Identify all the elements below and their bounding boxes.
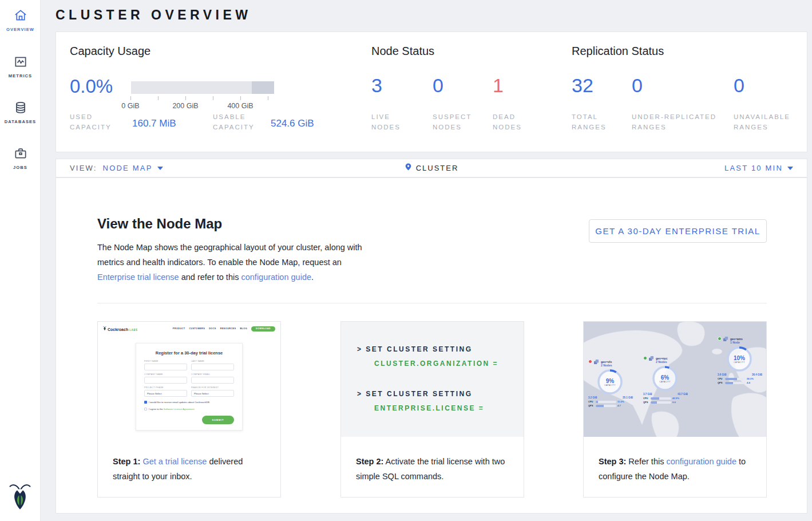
locality-widget-nyc: geo=nyc 2 Nodes 6%CAPACITY 3.7 GiB43.7 G… bbox=[643, 356, 688, 404]
step1-card: Cockroach LABS PRODUCT CUSTOMERS DOCS RE… bbox=[97, 321, 281, 498]
dead-nodes-value: 1 bbox=[493, 74, 504, 97]
step1-screenshot: Cockroach LABS PRODUCT CUSTOMERS DOCS RE… bbox=[98, 322, 280, 437]
mini-checkbox-license bbox=[144, 408, 147, 411]
capacity-gauge: 9%CAPACITY bbox=[596, 368, 624, 396]
step1-caption: Step 1: Get a trial license delivered st… bbox=[98, 437, 280, 484]
cluster-breadcrumb-label: CLUSTER bbox=[416, 164, 459, 172]
live-nodes-value: 3 bbox=[371, 74, 382, 97]
panel-intro: The Node Map shows the geographical layo… bbox=[97, 240, 363, 285]
unavailable-ranges-label: UNAVAILABLERANGES bbox=[734, 112, 790, 132]
mini-last-name-input bbox=[191, 364, 234, 370]
mini-cockroach-logo: Cockroach LABS bbox=[103, 326, 137, 331]
sidebar-item-jobs[interactable]: JOBS bbox=[0, 146, 41, 170]
mini-trial-form: Register for a 30-day trial license FIRS… bbox=[136, 343, 243, 431]
replication-status-title: Replication Status bbox=[572, 45, 664, 58]
step3-card: geo=sfo 2 Nodes 9%CAPACITY 3.2 GiB35.1 G… bbox=[583, 321, 767, 498]
unavailable-ranges-value: 0 bbox=[734, 74, 744, 97]
configuration-guide-link[interactable]: configuration guide bbox=[241, 273, 311, 282]
divider bbox=[97, 303, 767, 303]
axis-tick bbox=[185, 96, 186, 100]
step2-caption: Step 2: Activate the trial license with … bbox=[341, 437, 524, 484]
view-selector[interactable]: NODE MAP bbox=[103, 164, 163, 172]
main-content: CLUSTER OVERVIEW Capacity Usage 0.0% 0 G… bbox=[41, 0, 812, 521]
usable-capacity-value: 524.6 GiB bbox=[271, 118, 314, 129]
database-icon bbox=[13, 100, 28, 115]
mini-nav-customers: CUSTOMERS bbox=[189, 327, 205, 330]
location-pin-icon bbox=[405, 162, 412, 174]
axis-tick-label: 200 GiB bbox=[168, 102, 203, 110]
view-bar: VIEW: NODE MAP CLUSTER LAST 10 MIN bbox=[56, 159, 807, 177]
enterprise-trial-license-link[interactable]: Enterprise trial license bbox=[97, 273, 179, 282]
mini-reason-select: Please Select bbox=[191, 390, 234, 397]
dead-nodes-label: DEADNODES bbox=[493, 112, 522, 132]
view-label: VIEW: bbox=[70, 164, 97, 172]
axis-tick-label: 0 GiB bbox=[113, 102, 148, 110]
node-status-title: Node Status bbox=[371, 45, 434, 58]
cluster-overview-page: OVERVIEW METRICS DATABASES bbox=[0, 0, 812, 521]
sidebar-item-metrics[interactable]: METRICS bbox=[0, 54, 41, 78]
nodes-cube-icon bbox=[594, 360, 599, 365]
mini-download-button: DOWNLOAD bbox=[251, 326, 275, 331]
home-icon bbox=[13, 8, 28, 23]
locality-widget-sfo: geo=sfo 2 Nodes 9%CAPACITY 3.2 GiB35.1 G… bbox=[588, 360, 633, 407]
total-ranges-value: 32 bbox=[572, 74, 593, 97]
mini-nav-product: PRODUCT bbox=[173, 327, 185, 330]
cockroachdb-logo-icon bbox=[9, 482, 31, 513]
cluster-breadcrumb[interactable]: CLUSTER bbox=[405, 162, 459, 174]
capacity-percent: 0.0% bbox=[70, 76, 113, 97]
sidebar-item-label: OVERVIEW bbox=[6, 27, 34, 32]
capacity-gauge: 10%CAPACITY bbox=[726, 345, 753, 373]
under-replicated-ranges-value: 0 bbox=[632, 74, 643, 97]
nodes-cube-icon bbox=[723, 337, 728, 342]
capacity-bar bbox=[131, 81, 274, 94]
mini-first-name-input bbox=[144, 364, 187, 370]
mini-company-email-input bbox=[191, 377, 234, 384]
step3-node-map-illustration: geo=sfo 2 Nodes 9%CAPACITY 3.2 GiB35.1 G… bbox=[584, 322, 766, 437]
axis-tick bbox=[213, 96, 213, 100]
axis-tick bbox=[268, 96, 268, 100]
axis-tick-label: 400 GiB bbox=[223, 102, 258, 110]
warning-status-icon bbox=[588, 360, 592, 364]
sidebar-item-overview[interactable]: OVERVIEW bbox=[0, 8, 41, 32]
healthy-status-icon bbox=[643, 356, 647, 360]
chevron-down-icon bbox=[157, 167, 163, 170]
page-title: CLUSTER OVERVIEW bbox=[56, 7, 252, 23]
capacity-gauge: 6%CAPACITY bbox=[651, 365, 679, 392]
sidebar-item-label: JOBS bbox=[13, 165, 27, 170]
step2-card: > SET CLUSTER SETTING CLUSTER.ORGANIZATI… bbox=[340, 321, 524, 498]
step2-sql-illustration: > SET CLUSTER SETTING CLUSTER.ORGANIZATI… bbox=[341, 322, 524, 437]
mini-project-phase-select: Please Select bbox=[144, 390, 187, 397]
nodes-cube-icon bbox=[649, 356, 654, 361]
healthy-status-icon bbox=[718, 337, 722, 341]
under-replicated-ranges-label: UNDER-REPLICATEDRANGES bbox=[632, 112, 716, 132]
sidebar-item-label: METRICS bbox=[9, 73, 32, 78]
cluster-summary-card: Capacity Usage 0.0% 0 GiB 200 GiB 400 Gi… bbox=[56, 31, 807, 152]
total-ranges-label: TOTALRANGES bbox=[572, 112, 607, 132]
used-capacity-value: 160.7 MiB bbox=[132, 118, 176, 129]
mini-submit-button: SUBMIT bbox=[202, 416, 234, 424]
locality-widget-ams: geo=ams 1 Node 10%CAPACITY 3.6 GiB36.4 G… bbox=[718, 337, 762, 384]
used-capacity-label: USEDCAPACITY bbox=[70, 112, 112, 132]
live-nodes-label: LIVENODES bbox=[371, 112, 401, 132]
capacity-usage-title: Capacity Usage bbox=[70, 45, 150, 58]
configuration-guide-link[interactable]: configuration guide bbox=[666, 457, 736, 466]
mini-checkbox-updates bbox=[144, 401, 147, 404]
mini-company-name-input bbox=[144, 377, 187, 384]
get-trial-license-link[interactable]: Get a trial license bbox=[142, 457, 207, 466]
sidebar-item-databases[interactable]: DATABASES bbox=[0, 100, 41, 124]
step3-caption: Step 3: Refer this configuration guide t… bbox=[584, 437, 766, 484]
capacity-bar-reserved-segment bbox=[252, 81, 274, 94]
axis-tick bbox=[240, 96, 241, 100]
metrics-chart-icon bbox=[13, 54, 28, 69]
usable-capacity-label: USABLECAPACITY bbox=[213, 112, 255, 132]
node-map-panel: View the Node Map The Node Map shows the… bbox=[56, 177, 807, 514]
mini-nav-blog: BLOG bbox=[240, 327, 247, 330]
suspect-nodes-label: SUSPECTNODES bbox=[433, 112, 472, 132]
sidebar-item-label: DATABASES bbox=[5, 119, 36, 124]
enterprise-trial-button[interactable]: GET A 30-DAY ENTERPRISE TRIAL bbox=[589, 219, 767, 243]
time-range-selector[interactable]: LAST 10 MIN bbox=[724, 164, 793, 172]
suspect-nodes-value: 0 bbox=[433, 74, 443, 97]
briefcase-icon bbox=[13, 146, 28, 161]
mini-nav-docs: DOCS bbox=[209, 327, 216, 330]
mini-nav-resources: RESOURCES bbox=[220, 327, 236, 330]
